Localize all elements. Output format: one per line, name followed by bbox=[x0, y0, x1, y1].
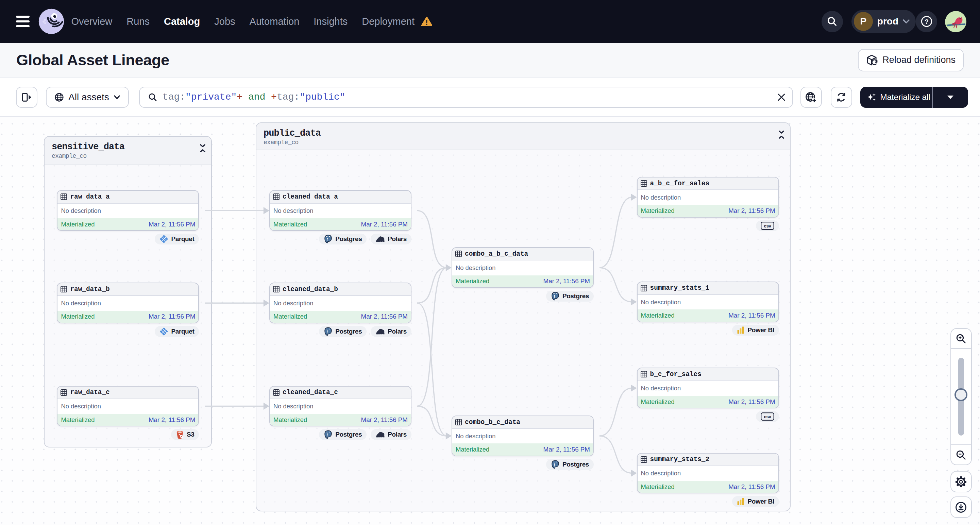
svg-text:csv: csv bbox=[764, 414, 771, 419]
svg-text:?: ? bbox=[924, 18, 929, 25]
svg-text:csv: csv bbox=[764, 223, 771, 229]
